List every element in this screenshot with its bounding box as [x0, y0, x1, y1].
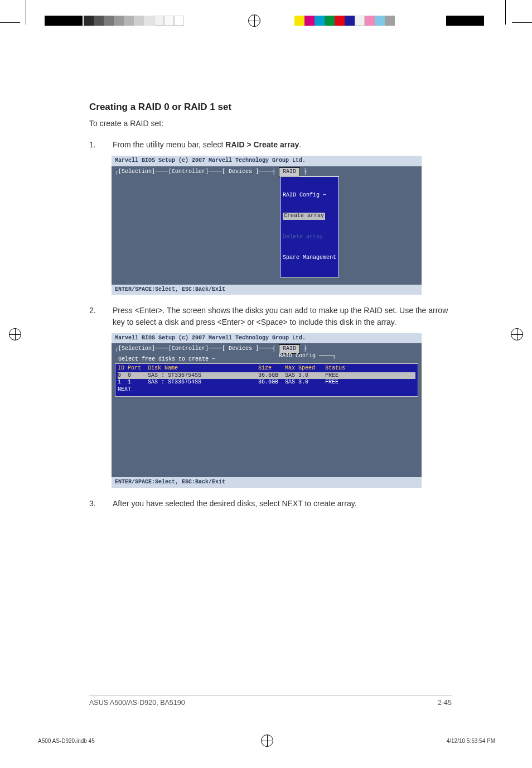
printer-marks-top	[0, 16, 532, 29]
step-number: 3.	[89, 498, 113, 509]
steps-list: 1. From the utility menu bar, select RAI…	[89, 139, 452, 150]
bios-title-bar: Marvell BIOS Setup (c) 2007 Marvell Tech…	[112, 333, 422, 344]
footer-doc-title: ASUS A500/AS-D920, BA5190	[89, 699, 185, 707]
popup-item-delete: Delete array	[283, 234, 336, 241]
section-heading: Creating a RAID 0 or RAID 1 set	[89, 100, 452, 114]
bios-menubar: ┌[Selection]────[Controller]────[ Device…	[112, 166, 422, 177]
step-text: From the utility menu bar, select RAID >…	[113, 139, 452, 150]
raid-config-popup: RAID Config ─ Create array Delete array …	[280, 176, 339, 277]
step-text: After you have selected the desired disk…	[113, 498, 452, 509]
step-number: 1.	[89, 139, 113, 150]
step-text: Press <Enter>. The screen shows the disk…	[113, 305, 452, 328]
print-job-footer: A500 AS-D920.indb 45 4/12/10 5:53:54 PM	[38, 738, 495, 744]
disk-columns: ID Port Disk Name Size Max Speed Status	[118, 365, 415, 372]
popup-title: RAID Config ─	[283, 192, 336, 199]
bios-title-bar: Marvell BIOS Setup (c) 2007 Marvell Tech…	[112, 156, 422, 166]
bios-screenshot-2: Marvell BIOS Setup (c) 2007 Marvell Tech…	[112, 333, 422, 488]
disk-row: 1 1 SAS : ST336754SS 36.6GB SAS 3.0 FREE	[118, 379, 415, 386]
intro-text: To create a RAID set:	[89, 118, 452, 129]
steps-list: 2. Press <Enter>. The screen shows the d…	[89, 305, 452, 328]
page-number: 2-45	[438, 699, 452, 707]
print-timestamp: 4/12/10 5:53:54 PM	[447, 738, 495, 744]
raid-tab: RAID	[279, 167, 300, 177]
raid-config-label: RAID Config ────┐	[279, 352, 336, 361]
bios-screenshot-1: Marvell BIOS Setup (c) 2007 Marvell Tech…	[112, 156, 422, 295]
page-content: Creating a RAID 0 or RAID 1 set To creat…	[89, 100, 452, 513]
bios-screen-area: ┌[Selection]────[Controller]────[ Device…	[112, 343, 422, 477]
page-footer: ASUS A500/AS-D920, BA5190 2-45	[89, 695, 452, 707]
step-number: 2.	[89, 305, 113, 328]
step-3: 3. After you have selected the desired d…	[89, 498, 452, 509]
disk-row: 0 0 SAS : ST336754SS 36.6GB SAS 3.0 FREE	[118, 372, 415, 380]
popup-item-create: Create array	[283, 213, 336, 220]
disk-panel-title: Select free disks to create ─	[118, 356, 215, 364]
registration-mark-icon	[248, 15, 260, 27]
print-file-name: A500 AS-D920.indb 45	[38, 738, 95, 744]
bios-screen-area: ┌[Selection]────[Controller]────[ Device…	[112, 166, 422, 285]
popup-item-spare: Spare Management	[283, 255, 336, 262]
bios-footer-hint: ENTER/SPACE:Select, ESC:Back/Exit	[112, 285, 422, 295]
registration-mark-icon	[261, 735, 273, 747]
step-2: 2. Press <Enter>. The screen shows the d…	[89, 305, 452, 328]
registration-mark-icon	[9, 328, 21, 340]
bios-menubar: ┌[Selection]────[Controller]────[ Device…	[112, 343, 422, 354]
disk-selection-panel: ID Port Disk Name Size Max Speed Status …	[115, 363, 418, 397]
bios-footer-hint: ENTER/SPACE:Select, ESC:Back/Exit	[112, 477, 422, 488]
step-1: 1. From the utility menu bar, select RAI…	[89, 139, 452, 150]
registration-mark-icon	[511, 328, 523, 340]
steps-list: 3. After you have selected the desired d…	[89, 498, 452, 509]
next-option: NEXT	[118, 386, 415, 393]
